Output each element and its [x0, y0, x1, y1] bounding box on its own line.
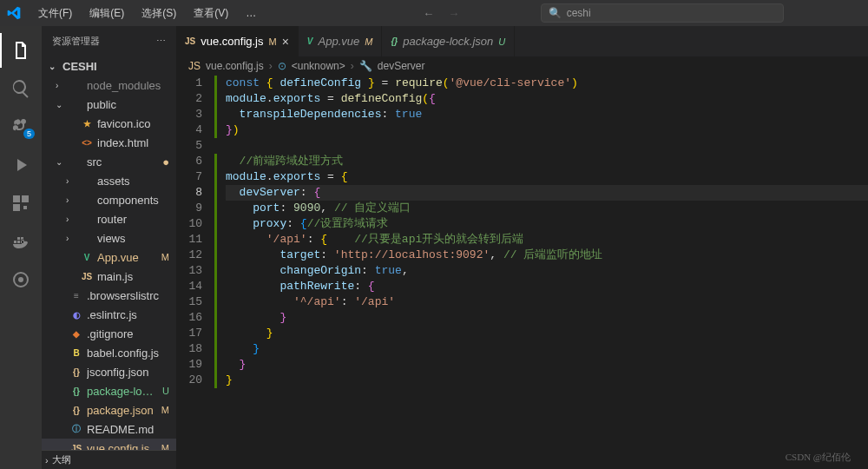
menu-select[interactable]: 选择(S) [135, 3, 183, 24]
search-text: ceshi [567, 7, 591, 19]
file-item[interactable]: ≡.browserslistrc [42, 286, 176, 305]
watermark: CSDN @纪佰伦 [786, 451, 851, 464]
file-icon: {} [69, 367, 83, 377]
git-status: M [365, 36, 372, 47]
file-item[interactable]: ◆.gitignore [42, 324, 176, 343]
file-icon: ★ [80, 119, 94, 129]
file-icon: {} [69, 406, 83, 415]
folder-item[interactable]: ›router [42, 209, 176, 228]
editor-tab[interactable]: JS vue.config.js M × [176, 26, 299, 56]
nav-forward-icon[interactable]: → [448, 7, 459, 20]
file-item[interactable]: JSmain.js [42, 267, 176, 286]
file-item[interactable]: ◐.eslintrc.js [42, 305, 176, 324]
docker-icon [10, 231, 31, 252]
chevron-icon: ⌄ [56, 100, 66, 109]
folder-item[interactable]: ›node_modules [42, 76, 176, 95]
chevron-icon: › [66, 195, 76, 205]
workspace-root[interactable]: ⌄ CESHI [42, 56, 176, 76]
file-item[interactable]: {}package-lock.jsonU [42, 381, 176, 400]
folder-item[interactable]: ›components [42, 190, 176, 209]
file-item[interactable]: ★favicon.ico [42, 114, 176, 133]
sidebar-header: 资源管理器 ⋯ [42, 26, 176, 56]
chevron-right-icon: › [351, 60, 354, 72]
file-icon: JS [69, 444, 83, 451]
debug-icon [10, 155, 31, 175]
file-item[interactable]: {}package.jsonM [42, 400, 176, 419]
git-status: M [161, 405, 176, 415]
git-status: M [269, 36, 277, 47]
file-item[interactable]: {}jsconfig.json [42, 362, 176, 381]
file-type-icon: {} [391, 36, 398, 46]
editor: JS vue.config.js M ×V App.vue M {} packa… [176, 26, 868, 469]
breadcrumb[interactable]: JS vue.config.js › ⊙ <unknown> › 🔧 devSe… [176, 56, 868, 76]
modified-dot-icon: ● [162, 155, 176, 168]
git-status: M [161, 252, 176, 262]
file-item[interactable]: Bbabel.config.js [42, 343, 176, 362]
wrench-icon: 🔧 [359, 60, 372, 72]
search-icon [10, 78, 31, 99]
chevron-icon: ⌄ [56, 157, 66, 167]
file-type-icon: V [307, 36, 313, 46]
js-file-icon: JS [188, 60, 201, 72]
file-item[interactable]: JSvue.config.jsM [42, 439, 176, 450]
chevron-icon: › [56, 81, 66, 90]
chevron-down-icon: ⌄ [49, 62, 59, 71]
activity-search[interactable] [0, 71, 42, 106]
activity-debug[interactable] [0, 148, 42, 182]
explorer-title: 资源管理器 [52, 35, 100, 48]
menu-view[interactable]: 查看(V) [187, 3, 235, 24]
vscode-logo-icon [7, 6, 21, 20]
nav-back-icon[interactable]: ← [423, 7, 434, 20]
file-icon: JS [80, 272, 94, 281]
chevron-right-icon: › [269, 60, 273, 72]
file-icon: B [69, 348, 83, 358]
menu-edit[interactable]: 编辑(E) [82, 3, 131, 24]
file-item[interactable]: VApp.vueM [42, 248, 176, 267]
activity-scm[interactable]: 5 [0, 109, 42, 144]
menu-more[interactable]: … [239, 3, 263, 23]
close-icon[interactable]: × [282, 35, 289, 49]
activity-copilot[interactable] [0, 262, 42, 297]
file-icon: V [80, 253, 94, 262]
file-icon: <> [80, 138, 94, 148]
editor-tabs: JS vue.config.js M ×V App.vue M {} packa… [176, 26, 868, 56]
symbol-icon: ⊙ [278, 60, 286, 72]
folder-item[interactable]: ⌄public [42, 95, 176, 114]
copilot-icon [10, 269, 31, 290]
activity-bar: 5 [0, 26, 42, 469]
folder-item[interactable]: ›assets [42, 171, 176, 190]
file-type-icon: JS [185, 36, 195, 46]
command-center[interactable]: 🔍 ceshi [541, 3, 784, 23]
file-tree: ›node_modules⌄public★favicon.ico<>index.… [42, 76, 176, 450]
titlebar: 文件(F) 编辑(E) 选择(S) 查看(V) … ← → 🔍 ceshi [0, 0, 868, 26]
code-editor[interactable]: 1234567891011121314151617181920 const { … [176, 76, 868, 469]
chevron-icon: › [66, 234, 76, 243]
file-icon: {} [69, 386, 83, 396]
menu-file[interactable]: 文件(F) [31, 3, 79, 24]
search-icon: 🔍 [549, 7, 562, 19]
folder-item[interactable]: ›views [42, 228, 176, 248]
editor-tab[interactable]: V App.vue M [299, 26, 383, 56]
editor-tab[interactable]: {} package-lock.json U [382, 26, 515, 56]
activity-docker[interactable] [0, 224, 42, 259]
outline-section[interactable]: › 大纲 [42, 450, 176, 469]
chevron-icon: › [66, 176, 76, 186]
files-icon [10, 40, 31, 61]
file-icon: ⓘ [69, 423, 83, 435]
git-status: M [161, 443, 176, 450]
file-icon: ◐ [69, 310, 83, 320]
folder-item[interactable]: ⌄src● [42, 152, 176, 171]
activity-explorer[interactable] [0, 33, 42, 68]
line-numbers: 1234567891011121314151617181920 [176, 76, 214, 469]
more-actions-icon[interactable]: ⋯ [156, 36, 166, 47]
git-status: U [162, 386, 176, 396]
activity-extensions[interactable] [0, 186, 42, 221]
sidebar: 资源管理器 ⋯ ⌄ CESHI ›node_modules⌄public★fav… [42, 26, 176, 469]
file-item[interactable]: <>index.html [42, 133, 176, 152]
file-icon: ◆ [69, 329, 83, 339]
code-content[interactable]: const { defineConfig } = require('@vue/c… [217, 76, 868, 469]
file-icon: ≡ [69, 291, 83, 301]
scm-badge: 5 [23, 129, 35, 139]
extensions-icon [10, 193, 31, 214]
file-item[interactable]: ⓘREADME.md [42, 419, 176, 439]
